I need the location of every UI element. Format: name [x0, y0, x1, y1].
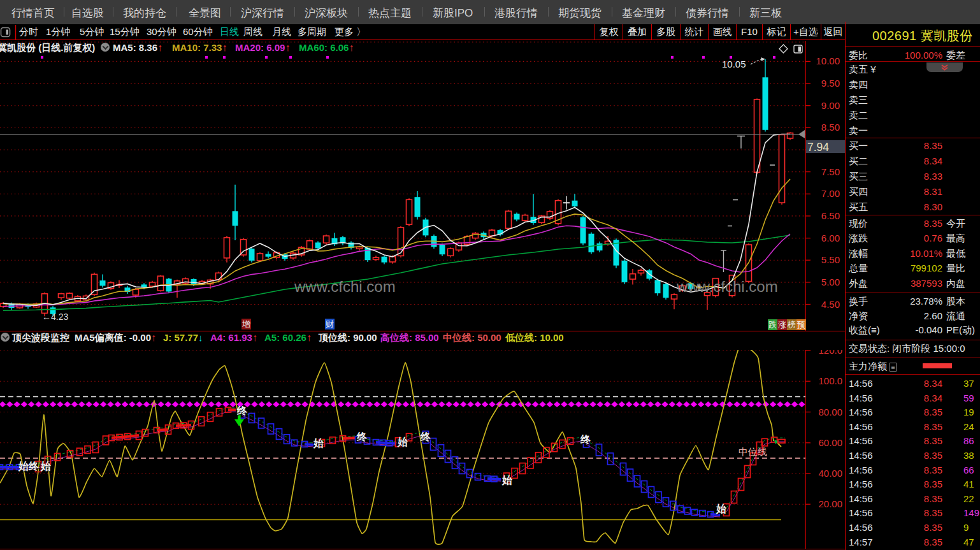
svg-text:9.50: 9.50 [821, 78, 840, 89]
svg-text:60.00: 60.00 [818, 437, 842, 448]
svg-text:7.00: 7.00 [821, 188, 840, 199]
svg-text:80.00: 80.00 [818, 407, 842, 417]
svg-text:100.0: 100.0 [818, 375, 842, 386]
svg-text:6.00: 6.00 [821, 233, 840, 243]
svg-text:8.50: 8.50 [821, 122, 840, 133]
svg-text:7.94: 7.94 [807, 141, 829, 154]
svg-text:5.50: 5.50 [821, 254, 840, 265]
svg-text:10.00: 10.00 [816, 55, 840, 66]
svg-text:9.00: 9.00 [821, 100, 840, 111]
svg-text:20.00: 20.00 [818, 498, 842, 509]
svg-text:5.00: 5.00 [821, 277, 840, 287]
svg-text:40.00: 40.00 [818, 468, 842, 479]
svg-text:6.50: 6.50 [821, 210, 840, 221]
svg-text:4.50: 4.50 [821, 299, 840, 310]
svg-text:7.50: 7.50 [821, 166, 840, 177]
